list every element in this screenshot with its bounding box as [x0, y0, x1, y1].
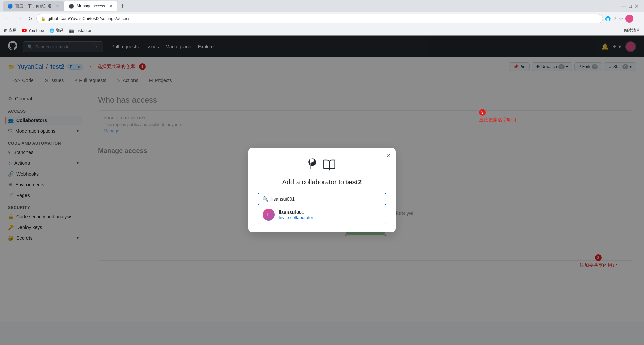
bookmark-youtube[interactable]: YouTube: [22, 28, 44, 33]
nav-bar: ← → ↻ 🔒 github.com/YuyanCai/test2/settin…: [0, 12, 644, 25]
circle-badge-3: 3: [479, 109, 486, 116]
reading-list[interactable]: 阅读清单: [624, 28, 640, 33]
back-button[interactable]: ←: [3, 14, 13, 23]
modal-search-icon: 🔍: [262, 196, 269, 202]
browser-chrome: 🔵 百度一下，你就知道 ✕ ⚫ Manage access ✕ + — □ ✕ …: [0, 0, 644, 36]
annotation-text-3: 直接搜索名字即可: [479, 117, 517, 123]
menu-icon[interactable]: ⋮: [635, 15, 641, 22]
user-avatar-browser[interactable]: [625, 15, 633, 23]
tab-bar: 🔵 百度一下，你就知道 ✕ ⚫ Manage access ✕ + — □ ✕: [0, 0, 644, 12]
tab1-close[interactable]: ✕: [56, 4, 59, 9]
share-icon[interactable]: ↗: [613, 16, 617, 21]
star-icon[interactable]: ☆: [619, 16, 623, 21]
result-action: Invite collaborator: [279, 215, 313, 220]
reload-button[interactable]: ↻: [26, 15, 34, 23]
modal: × Add a collaborator to test2 🔍: [248, 148, 396, 232]
modal-search-input[interactable]: [271, 196, 382, 202]
search-result-item[interactable]: L lisansui001 Invite collaborator: [258, 205, 386, 224]
modal-title-prefix: Add a collaborator to: [282, 178, 344, 186]
tab2-favicon: ⚫: [69, 4, 74, 9]
maximize-button[interactable]: □: [629, 3, 632, 9]
new-tab-button[interactable]: +: [117, 1, 128, 11]
modal-title: Add a collaborator to test2: [258, 178, 386, 186]
nav-right-actions: 🌐 ↗ ☆ ⋮: [605, 15, 641, 23]
tab1-favicon: 🔵: [7, 4, 13, 9]
modal-repo-name: test2: [346, 178, 362, 186]
bookmarks-bar: ⊞ 应用 YouTube 🌐 翻译 📷 Instagram 阅读清单: [0, 25, 644, 36]
translate-icon[interactable]: 🌐: [605, 16, 611, 21]
forward-button[interactable]: →: [15, 14, 24, 23]
modal-icon: [258, 158, 386, 173]
modal-overlay[interactable]: × Add a collaborator to test2 🔍: [0, 35, 644, 322]
bookmark-apps[interactable]: ⊞ 应用: [4, 28, 17, 33]
active-tab[interactable]: ⚫ Manage access ✕: [64, 1, 117, 11]
result-avatar: L: [263, 209, 275, 221]
inactive-tab[interactable]: 🔵 百度一下，你就知道 ✕: [3, 1, 64, 11]
modal-search-wrapper: 🔍: [258, 193, 386, 205]
address-bar[interactable]: 🔒 github.com/YuyanCai/test2/settings/acc…: [36, 14, 603, 23]
page-wrapper: 🔍 Search or jump to... / Pull requests I…: [0, 36, 644, 322]
tab2-close[interactable]: ✕: [109, 4, 113, 9]
lock-icon: 🔒: [41, 16, 46, 21]
annotation-3-container: 3 直接搜索名字即可: [479, 109, 517, 123]
modal-search-bar: 🔍: [259, 194, 385, 204]
tab2-label: Manage access: [77, 4, 105, 8]
bookmark-instagram[interactable]: 📷 Instagram: [69, 28, 93, 33]
minimize-button[interactable]: —: [621, 3, 626, 9]
close-window-button[interactable]: ✕: [634, 3, 639, 9]
bookmark-translate[interactable]: 🌐 翻译: [49, 28, 64, 33]
address-text: github.com/YuyanCai/test2/settings/acces…: [48, 16, 130, 21]
modal-close-button[interactable]: ×: [386, 152, 390, 159]
result-user-info: lisansui001 Invite collaborator: [279, 210, 313, 220]
search-results-dropdown: L lisansui001 Invite collaborator: [258, 205, 386, 224]
tab1-label: 百度一下，你就知道: [15, 3, 52, 9]
result-username: lisansui001: [279, 210, 313, 215]
